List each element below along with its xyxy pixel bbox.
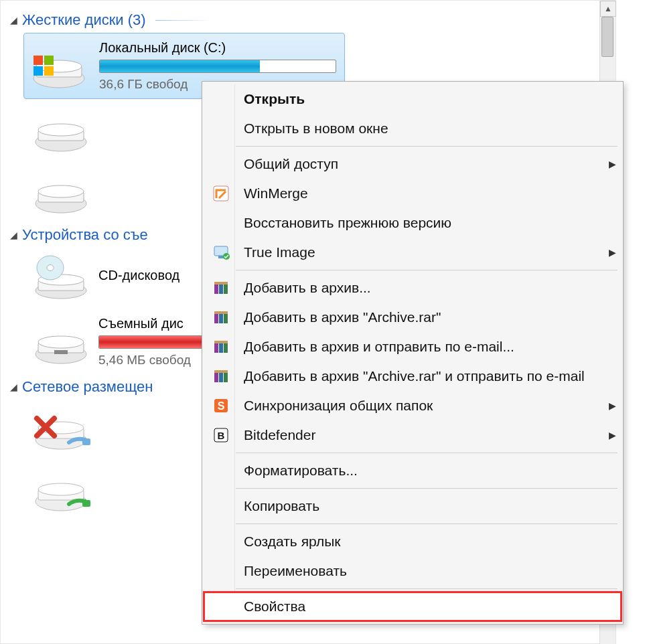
trueimage-icon	[206, 244, 236, 261]
menu-item-label: Открыть в новом окне	[236, 120, 616, 137]
menu-separator	[236, 588, 618, 589]
svg-point-20	[38, 336, 84, 348]
svg-rect-43	[219, 342, 223, 353]
menu-item-label: Добавить в архив "Archive.rar" и отправи…	[236, 368, 616, 384]
menu-item-archive-named-email[interactable]: Добавить в архив "Archive.rar" и отправи…	[204, 361, 622, 391]
menu-item-label: Синхронизация общих папок	[236, 398, 609, 414]
svg-point-2	[36, 60, 82, 72]
menu-separator	[236, 453, 618, 453]
header-divider	[155, 20, 211, 21]
group-label: Сетевое размещен	[22, 378, 153, 396]
svg-rect-36	[224, 283, 228, 294]
svg-rect-4	[44, 56, 54, 65]
collapse-triangle-icon[interactable]: ◢	[10, 382, 18, 392]
svg-rect-3	[33, 56, 43, 65]
svg-rect-29	[82, 500, 90, 507]
menu-item-sync-folders[interactable]: S Синхронизация общих папок ▶	[204, 391, 622, 420]
menu-item-label: True Image	[236, 244, 609, 260]
svg-text:B: B	[218, 430, 225, 441]
cd-drive-icon	[31, 254, 90, 300]
group-header-removable[interactable]: ◢ Устройства со съе	[10, 226, 211, 244]
drive-item-generic[interactable]	[23, 163, 131, 222]
svg-rect-47	[219, 372, 223, 382]
winrar-icon	[206, 368, 236, 385]
submenu-arrow-icon: ▶	[609, 159, 616, 169]
menu-item-format[interactable]: Форматировать...	[204, 456, 622, 485]
svg-rect-42	[214, 342, 218, 353]
svg-rect-38	[214, 313, 218, 323]
submenu-arrow-icon: ▶	[609, 400, 616, 411]
menu-item-label: Bitdefender	[236, 427, 609, 443]
group-header-hard-drives[interactable]: ◢ Жесткие диски (3)	[10, 11, 211, 29]
group-header-network[interactable]: ◢ Сетевое размещен	[10, 378, 211, 396]
svg-rect-40	[224, 313, 228, 323]
menu-item-label: Создать ярлык	[236, 534, 616, 550]
menu-item-share[interactable]: Общий доступ ▶	[204, 149, 622, 179]
menu-item-label: Форматировать...	[236, 463, 616, 479]
network-drive-connected-icon	[31, 468, 90, 513]
svg-rect-21	[54, 350, 68, 354]
svg-rect-49	[214, 370, 228, 373]
context-menu: Открыть Открыть в новом окне Общий досту…	[202, 81, 624, 625]
menu-separator	[236, 524, 618, 524]
drive-name: Локальный диск (C:)	[99, 40, 336, 56]
scroll-up-arrow-icon[interactable]: ▲	[600, 1, 616, 17]
menu-item-label: Общий доступ	[236, 156, 609, 172]
svg-rect-39	[219, 313, 223, 323]
menu-item-winmerge[interactable]: WinMerge	[204, 179, 622, 208]
menu-separator	[236, 488, 618, 489]
winrar-icon	[206, 309, 236, 326]
svg-rect-46	[214, 372, 218, 382]
hard-drive-icon	[31, 170, 90, 216]
menu-item-restore-version[interactable]: Восстановить прежнюю версию	[204, 208, 622, 238]
svg-rect-35	[219, 283, 223, 294]
svg-rect-37	[214, 282, 228, 285]
svg-rect-44	[224, 342, 228, 353]
menu-item-label: Копировать	[236, 498, 616, 514]
menu-item-properties[interactable]: Свойства	[204, 592, 622, 621]
collapse-triangle-icon[interactable]: ◢	[10, 15, 18, 25]
menu-separator	[236, 270, 618, 270]
svg-rect-45	[214, 341, 228, 343]
svg-text:S: S	[218, 400, 225, 412]
winrar-icon	[206, 338, 236, 355]
drive-item-network-disconnected[interactable]	[23, 400, 131, 459]
menu-item-archive-named[interactable]: Добавить в архив "Archive.rar"	[204, 303, 622, 332]
menu-item-label: Добавить в архив и отправить по e-mail..…	[236, 339, 616, 355]
menu-item-trueimage[interactable]: True Image ▶	[204, 238, 622, 267]
submenu-arrow-icon: ▶	[609, 430, 616, 440]
menu-item-label: WinMerge	[236, 185, 616, 202]
menu-item-copy[interactable]: Копировать	[204, 491, 622, 521]
menu-item-bitdefender[interactable]: B Bitdefender ▶	[204, 420, 622, 450]
svg-point-28	[38, 483, 84, 495]
bitdefender-icon: B	[206, 426, 236, 444]
submenu-arrow-icon: ▶	[609, 247, 616, 258]
svg-point-12	[38, 185, 84, 197]
menu-item-label: Добавить в архив "Archive.rar"	[236, 309, 616, 325]
svg-rect-32	[218, 256, 224, 258]
group-label: Устройства со съе	[22, 226, 148, 244]
removable-drive-icon	[31, 319, 90, 365]
menu-item-label: Добавить в архив...	[236, 280, 616, 296]
winmerge-icon	[206, 185, 236, 202]
menu-item-rename[interactable]: Переименовать	[204, 556, 622, 586]
drive-item-generic[interactable]	[23, 102, 131, 161]
drive-capacity-fill	[100, 60, 260, 72]
menu-item-archive-email[interactable]: Добавить в архив и отправить по e-mail..…	[204, 332, 622, 361]
sync-folder-icon: S	[206, 397, 236, 414]
menu-item-archive-add[interactable]: Добавить в архив...	[204, 273, 622, 303]
svg-rect-34	[214, 283, 218, 294]
menu-item-label: Свойства	[236, 598, 616, 615]
drive-item-network-connected[interactable]	[23, 461, 131, 520]
menu-item-label: Переименовать	[236, 563, 616, 579]
hard-drive-windows-icon	[32, 44, 91, 89]
scrollbar-thumb[interactable]	[601, 17, 613, 57]
svg-rect-25	[82, 438, 90, 445]
menu-item-open-new-window[interactable]: Открыть в новом окне	[204, 114, 622, 143]
menu-item-open[interactable]: Открыть	[204, 84, 622, 114]
network-drive-disconnected-icon	[31, 406, 90, 452]
drive-capacity-bar	[99, 60, 336, 73]
menu-item-create-shortcut[interactable]: Создать ярлык	[204, 527, 622, 556]
collapse-triangle-icon[interactable]: ◢	[10, 230, 18, 240]
svg-point-17	[47, 265, 54, 271]
